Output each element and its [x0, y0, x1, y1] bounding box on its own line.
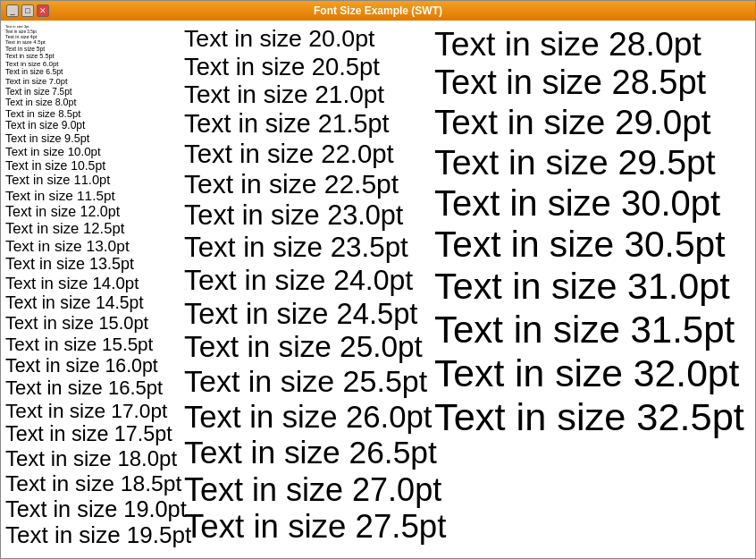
text-item: Text in size 29.0pt — [434, 103, 751, 142]
text-item: Text in size 7.0pt — [5, 77, 184, 87]
text-item: Text in size 9.5pt — [5, 132, 184, 146]
text-item: Text in size 30.5pt — [434, 224, 751, 266]
text-item: Text in size 31.5pt — [434, 309, 751, 351]
text-item: Text in size 24.0pt — [184, 264, 434, 297]
text-item: Text in size 16.0pt — [5, 355, 184, 377]
text-item: Text in size 32.0pt — [434, 351, 751, 395]
text-item: Text in size 19.5pt — [5, 522, 184, 549]
text-item: Text in size 18.5pt — [5, 471, 184, 496]
text-item: Text in size 27.0pt — [184, 471, 434, 508]
text-item: Text in size 10.0pt — [5, 145, 184, 158]
text-item: Text in size 29.5pt — [434, 142, 751, 182]
main-window: _ □ ✕ Font Size Example (SWT) Text in si… — [0, 0, 756, 559]
text-item: Text in size 12.5pt — [5, 220, 184, 237]
text-item: Text in size 32.5pt — [434, 395, 751, 440]
text-item: Text in size 24.5pt — [184, 297, 434, 331]
text-item: Text in size 26.5pt — [184, 435, 434, 471]
text-item: Text in size 20.0pt — [184, 25, 434, 53]
text-item: Text in size 6.5pt — [5, 68, 184, 77]
text-item: Text in size 23.0pt — [184, 199, 434, 231]
text-item: Text in size 12.0pt — [5, 204, 184, 220]
titlebar: _ □ ✕ Font Size Example (SWT) — [1, 1, 755, 21]
text-item: Text in size 7.5pt — [5, 87, 184, 97]
text-item: Text in size 25.5pt — [184, 364, 434, 399]
text-item: Text in size 19.0pt — [5, 496, 184, 522]
text-item: Text in size 8.5pt — [5, 108, 184, 120]
text-item: Text in size 27.5pt — [184, 508, 434, 546]
text-item: Text in size 16.5pt — [5, 377, 184, 399]
close-button[interactable]: ✕ — [37, 4, 49, 17]
text-item: Text in size 17.5pt — [5, 422, 184, 446]
text-item: Text in size 13.0pt — [5, 238, 184, 256]
column-small: Text in size 3ptText in size 3.5ptText i… — [5, 25, 184, 554]
text-item: Text in size 13.5pt — [5, 255, 184, 274]
text-item: Text in size 17.0pt — [5, 399, 184, 422]
text-item: Text in size 9.0pt — [5, 120, 184, 132]
text-item: Text in size 26.0pt — [184, 400, 434, 436]
text-item: Text in size 20.5pt — [184, 53, 434, 80]
text-item: Text in size 21.5pt — [184, 109, 434, 139]
text-item: Text in size 31.0pt — [434, 266, 751, 309]
window-content: Text in size 3ptText in size 3.5ptText i… — [1, 21, 755, 558]
text-item: Text in size 28.5pt — [434, 64, 751, 103]
text-item: Text in size 8.0pt — [5, 97, 184, 107]
text-item: Text in size 18.0pt — [5, 446, 184, 471]
text-item: Text in size 28.0pt — [434, 25, 751, 64]
minimize-button[interactable]: _ — [6, 4, 19, 17]
text-item: Text in size 22.0pt — [184, 139, 434, 169]
text-item: Text in size 14.0pt — [5, 274, 184, 292]
maximize-button[interactable]: □ — [21, 4, 34, 17]
text-item: Text in size 23.5pt — [184, 232, 434, 264]
window-title: Font Size Example (SWT) — [51, 4, 705, 17]
text-item: Text in size 15.5pt — [5, 334, 184, 355]
text-item: Text in size 5.5pt — [5, 53, 184, 60]
text-item: Text in size 25.0pt — [184, 330, 434, 364]
text-item: Text in size 30.0pt — [434, 182, 751, 224]
text-item: Text in size 22.5pt — [184, 169, 434, 200]
text-item: Text in size 15.0pt — [5, 313, 184, 334]
text-item: Text in size 4.5pt — [5, 39, 184, 46]
column-large: Text in size 28.0ptText in size 28.5ptTe… — [434, 25, 751, 554]
text-item: Text in size 14.5pt — [5, 293, 184, 313]
text-item: Text in size 11.5pt — [5, 188, 184, 204]
text-item: Text in size 11.0pt — [5, 173, 184, 188]
text-item: Text in size 10.5pt — [5, 158, 184, 173]
column-medium: Text in size 20.0ptText in size 20.5ptTe… — [184, 25, 434, 554]
text-item: Text in size 21.0pt — [184, 80, 434, 109]
